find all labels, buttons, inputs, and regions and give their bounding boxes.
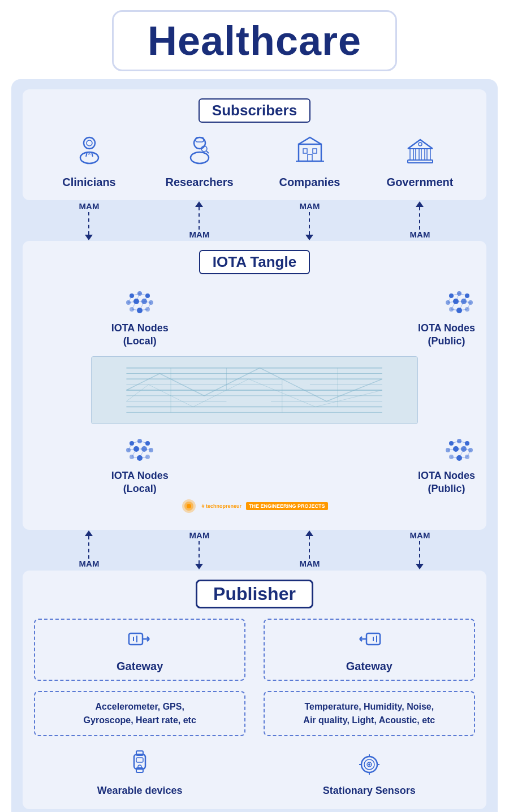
government-label: Government (387, 176, 454, 189)
svg-rect-16 (410, 149, 413, 160)
subscribers-label: Subscribers (199, 98, 310, 123)
tangle-nodes-bottom-row: IOTA Nodes(Local) (34, 438, 475, 496)
gateway-left-label: Gateway (117, 660, 163, 673)
page-title: Healthcare (148, 18, 361, 63)
companies-label: Companies (279, 176, 340, 189)
circuit-visualization (91, 356, 417, 424)
svg-point-146 (368, 763, 370, 766)
svg-rect-11 (303, 149, 307, 153)
gateway-left: Gateway (34, 619, 245, 681)
arrow-up-bot-1 (85, 530, 93, 536)
wearable-icon (124, 746, 156, 780)
dashed-line-1 (88, 212, 89, 235)
mam-bot-label-2: MAM (189, 530, 210, 540)
eng-logo: THE ENGINEERING PROJECTS (246, 502, 328, 510)
mam-bot-col-1: MAM (79, 530, 100, 569)
gateway-right-label: Gateway (346, 660, 392, 673)
government-icon (403, 133, 437, 171)
iota-node-local-top-label: IOTA Nodes(Local) (111, 322, 169, 348)
mam-bot-col-2: MAM (189, 530, 210, 569)
svg-rect-12 (313, 149, 317, 153)
gateways-row: Gateway Gateway (34, 619, 475, 681)
arrow-down-bot-2 (195, 564, 203, 569)
gateway-right: Gateway (264, 619, 475, 681)
svg-point-7 (191, 152, 209, 163)
subscribers-section: Subscribers Clinicians (23, 89, 486, 200)
dashed-line-3 (309, 212, 310, 235)
svg-rect-10 (299, 144, 321, 161)
iota-node-public-top: IOTA Nodes(Public) (264, 290, 475, 348)
wearable-label: Wearable devices (97, 785, 183, 797)
mam-label-1: MAM (79, 201, 100, 211)
gateway-right-icon (355, 628, 383, 655)
mam-top-row: MAM MAM MAM MAM (23, 200, 486, 241)
title-box: Healthcare (112, 10, 397, 71)
mam-bot-col-3: MAM (300, 530, 320, 569)
arrow-up-2 (195, 201, 203, 207)
arrow-down-bot-4 (416, 564, 424, 569)
stationary-sensor-item: Stationary Sensors (264, 746, 475, 797)
arrow-down-1 (85, 235, 93, 240)
svg-point-2 (87, 140, 92, 146)
iota-node-local-bottom-label: IOTA Nodes(Local) (111, 469, 169, 496)
mam-col-3: MAM (300, 201, 320, 240)
mam-bot-label-1: MAM (79, 559, 100, 568)
mam-col-1: MAM (79, 201, 100, 240)
arrow-down-3 (305, 235, 313, 240)
svg-rect-19 (427, 149, 430, 160)
svg-point-21 (419, 142, 422, 146)
stationary-label: Stationary Sensors (323, 785, 416, 797)
dashed-bot-1 (88, 536, 89, 559)
svg-point-125 (187, 504, 191, 508)
iota-local-icon-bottom (124, 438, 156, 466)
mam-label-2: MAM (189, 230, 210, 239)
dashed-bot-4 (419, 541, 420, 564)
arrow-up-bot-3 (305, 530, 313, 536)
svg-point-0 (84, 137, 95, 149)
tangle-section: IOTA Tangle (23, 241, 486, 530)
clinicians-label: Clinicians (62, 176, 115, 189)
iota-node-local-bottom: IOTA Nodes(Local) (34, 438, 245, 496)
outer-card: Subscribers Clinicians (11, 79, 498, 812)
clinicians-icon (72, 133, 106, 171)
researchers-label: Researchers (165, 176, 233, 189)
svg-rect-141 (136, 758, 143, 762)
arrow-up-4 (416, 201, 424, 207)
dashed-bot-3 (309, 536, 310, 559)
subscriber-government: Government (365, 133, 475, 189)
subscriber-companies: Companies (255, 133, 365, 189)
mam-col-2: MAM (189, 201, 210, 240)
researchers-icon (183, 133, 217, 171)
mam-label-4: MAM (410, 230, 430, 239)
companies-icon (293, 133, 327, 171)
watermark: # technopreneur THE ENGINEERING PROJECTS (181, 498, 327, 514)
devices-row: Wearable devices (34, 746, 475, 797)
svg-line-9 (206, 151, 209, 153)
subscriber-researchers: Researchers (144, 133, 255, 189)
dashed-line-4 (419, 207, 420, 230)
tangle-label: IOTA Tangle (199, 250, 310, 274)
tangle-nodes-top-row: IOTA Nodes(Local) (34, 290, 475, 348)
svg-rect-13 (308, 154, 312, 161)
dashed-line-2 (199, 207, 200, 230)
subscriber-clinicians: Clinicians (34, 133, 144, 189)
iota-public-icon-top (443, 290, 475, 318)
sensors-row: Accelerometer, GPS,Gyroscope, Heart rate… (34, 691, 475, 736)
mam-bot-label-3: MAM (300, 559, 320, 568)
subscribers-icons-row: Clinicians Researchers (34, 133, 475, 189)
main-page: Healthcare Subscribers (0, 0, 509, 812)
iota-node-public-bottom: IOTA Nodes(Public) (264, 438, 475, 496)
sensor-wearable-text: Accelerometer, GPS,Gyroscope, Heart rate… (84, 700, 196, 727)
mam-bot-col-4: MAM (410, 530, 430, 569)
iota-local-icon-top (124, 290, 156, 318)
iota-node-public-top-label: IOTA Nodes(Public) (418, 322, 475, 348)
sensor-wearable-types: Accelerometer, GPS,Gyroscope, Heart rate… (34, 691, 245, 736)
sensor-stationary-text: Temperature, Humidity, Noise,Air quality… (303, 700, 435, 727)
dashed-bot-2 (199, 541, 200, 564)
wearable-device-item: Wearable devices (34, 746, 245, 797)
iota-node-local-top: IOTA Nodes(Local) (34, 290, 245, 348)
gateway-left-icon (126, 628, 154, 655)
publisher-label: Publisher (196, 580, 313, 608)
mam-label-3: MAM (300, 201, 320, 211)
mam-bottom-row: MAM MAM MAM MAM (23, 530, 486, 571)
